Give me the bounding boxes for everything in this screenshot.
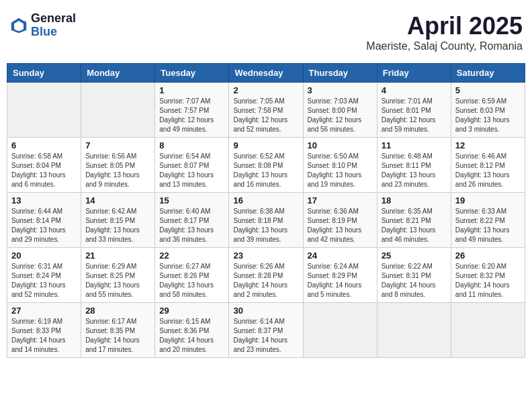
day-info: Sunrise: 6:35 AM Sunset: 8:21 PM Dayligh… [382, 207, 447, 244]
calendar-cell: 10Sunrise: 6:50 AM Sunset: 8:10 PM Dayli… [303, 138, 377, 193]
day-number: 7 [85, 140, 150, 150]
day-info: Sunrise: 7:05 AM Sunset: 7:58 PM Dayligh… [233, 97, 298, 134]
day-info: Sunrise: 6:15 AM Sunset: 8:36 PM Dayligh… [159, 317, 224, 355]
calendar-cell [377, 303, 451, 358]
week-row-1: 1Sunrise: 7:07 AM Sunset: 7:57 PM Daylig… [7, 83, 525, 138]
day-info: Sunrise: 6:38 AM Sunset: 8:18 PM Dayligh… [233, 207, 298, 244]
calendar-cell [303, 303, 377, 358]
day-info: Sunrise: 6:54 AM Sunset: 8:07 PM Dayligh… [159, 152, 224, 189]
logo: General Blue [9, 12, 76, 39]
calendar-cell: 20Sunrise: 6:31 AM Sunset: 8:24 PM Dayli… [7, 248, 81, 303]
day-info: Sunrise: 6:17 AM Sunset: 8:35 PM Dayligh… [85, 317, 150, 355]
calendar-cell: 7Sunrise: 6:56 AM Sunset: 8:05 PM Daylig… [81, 138, 155, 193]
calendar-cell: 26Sunrise: 6:20 AM Sunset: 8:32 PM Dayli… [451, 248, 525, 303]
day-number: 28 [85, 306, 150, 316]
day-info: Sunrise: 7:01 AM Sunset: 8:01 PM Dayligh… [382, 97, 447, 134]
calendar-cell: 21Sunrise: 6:29 AM Sunset: 8:25 PM Dayli… [81, 248, 155, 303]
calendar-cell: 19Sunrise: 6:33 AM Sunset: 8:22 PM Dayli… [451, 193, 525, 248]
week-row-2: 6Sunrise: 6:58 AM Sunset: 8:04 PM Daylig… [7, 138, 525, 193]
day-number: 1 [159, 85, 224, 95]
calendar-cell: 14Sunrise: 6:42 AM Sunset: 8:15 PM Dayli… [81, 193, 155, 248]
calendar-cell: 4Sunrise: 7:01 AM Sunset: 8:01 PM Daylig… [377, 83, 451, 138]
day-number: 11 [382, 140, 447, 150]
logo-blue-text: Blue [31, 26, 76, 39]
week-row-4: 20Sunrise: 6:31 AM Sunset: 8:24 PM Dayli… [7, 248, 525, 303]
day-info: Sunrise: 6:50 AM Sunset: 8:10 PM Dayligh… [308, 152, 373, 189]
day-info: Sunrise: 6:29 AM Sunset: 8:25 PM Dayligh… [85, 262, 150, 300]
day-number: 29 [159, 306, 224, 316]
day-info: Sunrise: 6:14 AM Sunset: 8:37 PM Dayligh… [233, 317, 298, 355]
weekday-header-row: SundayMondayTuesdayWednesdayThursdayFrid… [7, 64, 525, 83]
day-info: Sunrise: 6:26 AM Sunset: 8:28 PM Dayligh… [233, 262, 298, 300]
day-info: Sunrise: 6:19 AM Sunset: 8:33 PM Dayligh… [11, 317, 77, 355]
calendar-cell: 30Sunrise: 6:14 AM Sunset: 8:37 PM Dayli… [229, 303, 303, 358]
calendar-cell: 25Sunrise: 6:22 AM Sunset: 8:31 PM Dayli… [377, 248, 451, 303]
calendar-cell: 2Sunrise: 7:05 AM Sunset: 7:58 PM Daylig… [229, 83, 303, 138]
calendar-cell [451, 303, 525, 358]
day-info: Sunrise: 6:27 AM Sunset: 8:26 PM Dayligh… [159, 262, 224, 300]
day-info: Sunrise: 6:42 AM Sunset: 8:15 PM Dayligh… [85, 207, 150, 244]
calendar-cell: 8Sunrise: 6:54 AM Sunset: 8:07 PM Daylig… [155, 138, 229, 193]
day-number: 25 [382, 250, 447, 261]
calendar-cell: 13Sunrise: 6:44 AM Sunset: 8:14 PM Dayli… [7, 193, 81, 248]
day-number: 26 [455, 250, 521, 261]
weekday-header-friday: Friday [377, 64, 451, 83]
calendar-cell: 1Sunrise: 7:07 AM Sunset: 7:57 PM Daylig… [155, 83, 229, 138]
calendar-cell [81, 83, 155, 138]
day-number: 3 [308, 85, 373, 95]
calendar-cell: 15Sunrise: 6:40 AM Sunset: 8:17 PM Dayli… [155, 193, 229, 248]
week-row-5: 27Sunrise: 6:19 AM Sunset: 8:33 PM Dayli… [7, 303, 525, 358]
day-info: Sunrise: 6:58 AM Sunset: 8:04 PM Dayligh… [11, 152, 77, 189]
day-number: 12 [455, 140, 521, 150]
logo-icon [9, 16, 28, 35]
calendar-cell: 3Sunrise: 7:03 AM Sunset: 8:00 PM Daylig… [303, 83, 377, 138]
calendar-cell [7, 83, 81, 138]
weekday-header-thursday: Thursday [303, 64, 377, 83]
day-number: 22 [159, 250, 224, 261]
day-info: Sunrise: 6:59 AM Sunset: 8:03 PM Dayligh… [455, 97, 521, 134]
calendar-cell: 24Sunrise: 6:24 AM Sunset: 8:29 PM Dayli… [303, 248, 377, 303]
day-number: 5 [455, 85, 521, 95]
calendar-cell: 23Sunrise: 6:26 AM Sunset: 8:28 PM Dayli… [229, 248, 303, 303]
day-number: 19 [455, 195, 521, 205]
day-info: Sunrise: 6:56 AM Sunset: 8:05 PM Dayligh… [85, 152, 150, 189]
title-area: April 2025 Maeriste, Salaj County, Roman… [366, 12, 523, 52]
day-info: Sunrise: 6:40 AM Sunset: 8:17 PM Dayligh… [159, 207, 224, 244]
calendar-cell: 5Sunrise: 6:59 AM Sunset: 8:03 PM Daylig… [451, 83, 525, 138]
day-info: Sunrise: 6:52 AM Sunset: 8:08 PM Dayligh… [233, 152, 298, 189]
day-number: 2 [233, 85, 298, 95]
calendar-table: SundayMondayTuesdayWednesdayThursdayFrid… [7, 63, 525, 358]
calendar-cell: 22Sunrise: 6:27 AM Sunset: 8:26 PM Dayli… [155, 248, 229, 303]
calendar-cell: 27Sunrise: 6:19 AM Sunset: 8:33 PM Dayli… [7, 303, 81, 358]
day-number: 27 [11, 306, 77, 316]
day-info: Sunrise: 6:22 AM Sunset: 8:31 PM Dayligh… [382, 262, 447, 300]
weekday-header-sunday: Sunday [7, 64, 81, 83]
calendar-cell: 29Sunrise: 6:15 AM Sunset: 8:36 PM Dayli… [155, 303, 229, 358]
day-number: 24 [308, 250, 373, 261]
calendar-cell: 6Sunrise: 6:58 AM Sunset: 8:04 PM Daylig… [7, 138, 81, 193]
day-number: 14 [85, 195, 150, 205]
day-number: 16 [233, 195, 298, 205]
day-number: 21 [85, 250, 150, 261]
day-number: 23 [233, 250, 298, 261]
day-info: Sunrise: 6:48 AM Sunset: 8:11 PM Dayligh… [382, 152, 447, 189]
day-info: Sunrise: 6:33 AM Sunset: 8:22 PM Dayligh… [455, 207, 521, 244]
day-info: Sunrise: 7:03 AM Sunset: 8:00 PM Dayligh… [308, 97, 373, 134]
day-info: Sunrise: 6:36 AM Sunset: 8:19 PM Dayligh… [308, 207, 373, 244]
calendar-cell: 17Sunrise: 6:36 AM Sunset: 8:19 PM Dayli… [303, 193, 377, 248]
day-number: 18 [382, 195, 447, 205]
month-title: April 2025 [366, 12, 523, 40]
location-title: Maeriste, Salaj County, Romania [366, 40, 523, 52]
day-info: Sunrise: 6:24 AM Sunset: 8:29 PM Dayligh… [308, 262, 373, 300]
day-info: Sunrise: 6:31 AM Sunset: 8:24 PM Dayligh… [11, 262, 77, 300]
calendar-cell: 12Sunrise: 6:46 AM Sunset: 8:12 PM Dayli… [451, 138, 525, 193]
day-info: Sunrise: 6:44 AM Sunset: 8:14 PM Dayligh… [11, 207, 77, 244]
day-number: 13 [11, 195, 77, 205]
weekday-header-wednesday: Wednesday [229, 64, 303, 83]
day-info: Sunrise: 7:07 AM Sunset: 7:57 PM Dayligh… [159, 97, 224, 134]
weekday-header-tuesday: Tuesday [155, 64, 229, 83]
day-info: Sunrise: 6:46 AM Sunset: 8:12 PM Dayligh… [455, 152, 521, 189]
calendar-cell: 11Sunrise: 6:48 AM Sunset: 8:11 PM Dayli… [377, 138, 451, 193]
day-number: 17 [308, 195, 373, 205]
calendar-cell: 9Sunrise: 6:52 AM Sunset: 8:08 PM Daylig… [229, 138, 303, 193]
